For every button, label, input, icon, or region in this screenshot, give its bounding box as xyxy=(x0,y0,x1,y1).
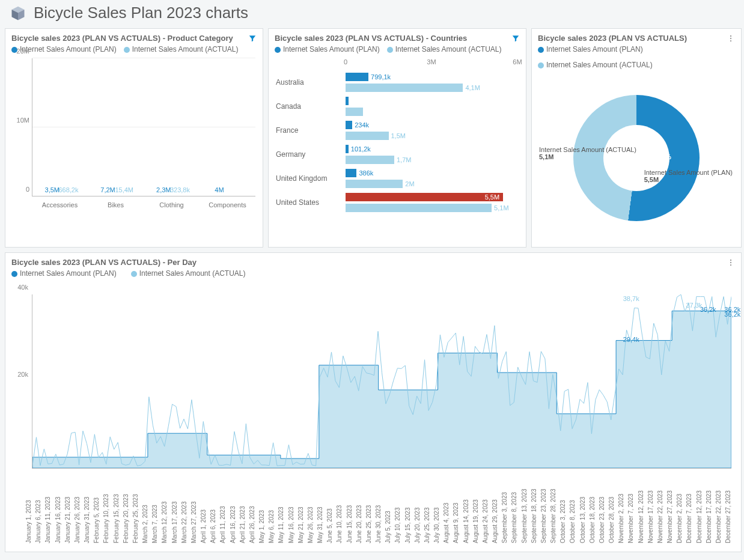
donut-chart[interactable]: Internet Sales Amount (ACTUAL) 5,1M Inte… xyxy=(537,74,736,242)
card-product-category: Bicycle sales 2023 (PLAN VS ACTUALS) - P… xyxy=(5,28,263,248)
legend: Internet Sales Amount (PLAN) Internet Sa… xyxy=(5,45,263,56)
per-day-line-chart[interactable]: 20k40k38,7k29,4k37,3k36,2k36,2k36,2kJanu… xyxy=(10,282,736,547)
donut-plan-pct: 52.1% xyxy=(653,153,671,160)
svg-point-4 xyxy=(730,37,731,38)
legend: Internet Sales Amount (PLAN) Internet Sa… xyxy=(532,45,741,72)
legend: Internet Sales Amount (PLAN) Internet Sa… xyxy=(269,45,526,56)
filter-icon[interactable] xyxy=(511,34,520,43)
svg-point-6 xyxy=(730,259,731,260)
svg-point-5 xyxy=(730,40,731,41)
legend: Internet Sales Amount (PLAN) Internet Sa… xyxy=(5,269,741,280)
countries-bar-chart[interactable]: 03M6MAustralia799,1k4,1MCanadaFrance234k… xyxy=(273,58,521,221)
card-title: Bicycle sales 2023 (PLAN VS ACTUALS) - P… xyxy=(11,258,197,267)
card-per-day: Bicycle sales 2023 (PLAN VS ACTUALS) - P… xyxy=(5,252,742,552)
page-title: Bicycle Sales Plan 2023 charts xyxy=(34,4,248,22)
cube-icon xyxy=(10,5,26,22)
svg-point-3 xyxy=(730,35,731,36)
card-title: Bicycle sales 2023 (PLAN VS ACTUALS) - C… xyxy=(275,34,467,43)
card-donut: Bicycle sales 2023 (PLAN VS ACTUALS) Int… xyxy=(531,28,742,248)
card-title: Bicycle sales 2023 (PLAN VS ACTUALS) - P… xyxy=(11,34,233,43)
svg-point-8 xyxy=(730,264,731,265)
card-countries: Bicycle sales 2023 (PLAN VS ACTUALS) - C… xyxy=(268,28,526,248)
page-header: Bicycle Sales Plan 2023 charts xyxy=(5,0,739,28)
svg-point-7 xyxy=(730,261,731,263)
donut-plan-label: Internet Sales Amount (PLAN) 5,5M xyxy=(644,169,733,183)
donut-actual-label: Internet Sales Amount (ACTUAL) 5,1M xyxy=(539,146,636,160)
filter-icon[interactable] xyxy=(248,34,257,43)
more-icon[interactable] xyxy=(727,34,735,43)
card-title: Bicycle sales 2023 (PLAN VS ACTUALS) xyxy=(538,34,687,43)
product-column-chart[interactable]: 010M20M3,5M668,2k7,2M15,4M2,3M323,8k4MAc… xyxy=(10,58,258,215)
more-icon[interactable] xyxy=(727,258,735,267)
